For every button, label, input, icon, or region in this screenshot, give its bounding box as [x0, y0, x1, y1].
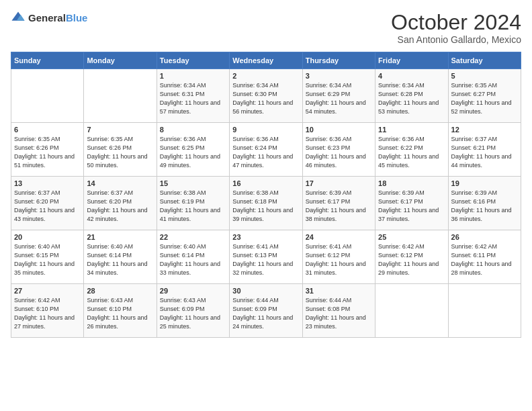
day-number: 18 [378, 179, 445, 187]
logo: GeneralBlue [11, 11, 87, 26]
day-info: Sunrise: 6:42 AM Sunset: 6:12 PM Dayligh… [378, 242, 445, 277]
day-number: 7 [87, 126, 153, 134]
day-info: Sunrise: 6:38 AM Sunset: 6:19 PM Dayligh… [160, 189, 226, 224]
calendar-cell: 15Sunrise: 6:38 AM Sunset: 6:19 PM Dayli… [157, 177, 229, 230]
day-info: Sunrise: 6:40 AM Sunset: 6:14 PM Dayligh… [160, 242, 226, 277]
day-info: Sunrise: 6:37 AM Sunset: 6:21 PM Dayligh… [451, 135, 518, 170]
logo-general: GeneralBlue [28, 12, 87, 24]
page-location: San Antonio Gallardo, Mexico [391, 34, 521, 45]
day-number: 9 [232, 126, 299, 134]
day-info: Sunrise: 6:42 AM Sunset: 6:11 PM Dayligh… [451, 242, 518, 277]
day-number: 1 [160, 72, 226, 80]
day-number: 15 [160, 179, 226, 187]
calendar-cell: 26Sunrise: 6:42 AM Sunset: 6:11 PM Dayli… [448, 230, 521, 284]
calendar-cell: 12Sunrise: 6:37 AM Sunset: 6:21 PM Dayli… [448, 123, 521, 177]
calendar-week-row: 27Sunrise: 6:42 AM Sunset: 6:10 PM Dayli… [11, 284, 521, 338]
day-info: Sunrise: 6:39 AM Sunset: 6:17 PM Dayligh… [378, 189, 445, 224]
day-number: 27 [14, 287, 81, 295]
weekday-header-row: SundayMondayTuesdayWednesdayThursdayFrid… [11, 52, 521, 69]
calendar-cell [11, 69, 84, 123]
day-number: 14 [87, 179, 153, 187]
weekday-header: Saturday [448, 52, 521, 69]
day-number: 13 [14, 179, 81, 187]
calendar-cell: 29Sunrise: 6:43 AM Sunset: 6:09 PM Dayli… [157, 284, 229, 338]
calendar-cell: 17Sunrise: 6:39 AM Sunset: 6:17 PM Dayli… [302, 177, 375, 230]
day-number: 23 [232, 233, 299, 241]
day-info: Sunrise: 6:43 AM Sunset: 6:09 PM Dayligh… [160, 296, 226, 331]
calendar-cell: 6Sunrise: 6:35 AM Sunset: 6:26 PM Daylig… [11, 123, 84, 177]
calendar-cell: 1Sunrise: 6:34 AM Sunset: 6:31 PM Daylig… [157, 69, 229, 123]
calendar-cell: 23Sunrise: 6:41 AM Sunset: 6:13 PM Dayli… [230, 230, 302, 284]
day-info: Sunrise: 6:36 AM Sunset: 6:23 PM Dayligh… [306, 135, 372, 170]
calendar-cell: 19Sunrise: 6:39 AM Sunset: 6:16 PM Dayli… [448, 177, 521, 230]
calendar-cell: 22Sunrise: 6:40 AM Sunset: 6:14 PM Dayli… [157, 230, 229, 284]
calendar-cell: 21Sunrise: 6:40 AM Sunset: 6:14 PM Dayli… [84, 230, 157, 284]
weekday-header: Sunday [11, 52, 84, 69]
day-info: Sunrise: 6:34 AM Sunset: 6:29 PM Dayligh… [306, 81, 372, 116]
calendar-week-row: 1Sunrise: 6:34 AM Sunset: 6:31 PM Daylig… [11, 69, 521, 123]
weekday-header: Tuesday [157, 52, 229, 69]
day-info: Sunrise: 6:41 AM Sunset: 6:13 PM Dayligh… [232, 242, 299, 277]
page-title: October 2024 [391, 11, 521, 34]
calendar-cell: 14Sunrise: 6:37 AM Sunset: 6:20 PM Dayli… [84, 177, 157, 230]
title-block: October 2024 San Antonio Gallardo, Mexic… [391, 11, 521, 45]
day-info: Sunrise: 6:44 AM Sunset: 6:09 PM Dayligh… [232, 296, 299, 331]
day-number: 12 [451, 126, 518, 134]
day-info: Sunrise: 6:36 AM Sunset: 6:25 PM Dayligh… [160, 135, 226, 170]
day-number: 25 [378, 233, 445, 241]
day-number: 28 [87, 287, 153, 295]
day-number: 2 [232, 72, 299, 80]
day-info: Sunrise: 6:35 AM Sunset: 6:27 PM Dayligh… [451, 81, 518, 116]
day-number: 4 [378, 72, 445, 80]
calendar-cell: 2Sunrise: 6:34 AM Sunset: 6:30 PM Daylig… [230, 69, 302, 123]
day-info: Sunrise: 6:34 AM Sunset: 6:28 PM Dayligh… [378, 81, 445, 116]
day-info: Sunrise: 6:40 AM Sunset: 6:15 PM Dayligh… [14, 242, 81, 277]
calendar-cell: 24Sunrise: 6:41 AM Sunset: 6:12 PM Dayli… [302, 230, 375, 284]
calendar-cell: 31Sunrise: 6:44 AM Sunset: 6:08 PM Dayli… [302, 284, 375, 338]
day-number: 17 [306, 179, 372, 187]
calendar-cell [375, 284, 448, 338]
calendar-cell: 25Sunrise: 6:42 AM Sunset: 6:12 PM Dayli… [375, 230, 448, 284]
day-number: 30 [232, 287, 299, 295]
calendar-cell: 28Sunrise: 6:43 AM Sunset: 6:10 PM Dayli… [84, 284, 157, 338]
weekday-header: Friday [375, 52, 448, 69]
day-number: 10 [306, 126, 372, 134]
calendar-cell: 7Sunrise: 6:35 AM Sunset: 6:26 PM Daylig… [84, 123, 157, 177]
day-info: Sunrise: 6:37 AM Sunset: 6:20 PM Dayligh… [87, 189, 153, 224]
calendar-cell [448, 284, 521, 338]
calendar-cell: 4Sunrise: 6:34 AM Sunset: 6:28 PM Daylig… [375, 69, 448, 123]
day-info: Sunrise: 6:35 AM Sunset: 6:26 PM Dayligh… [14, 135, 81, 170]
day-number: 31 [306, 287, 372, 295]
day-number: 5 [451, 72, 518, 80]
day-number: 8 [160, 126, 226, 134]
day-info: Sunrise: 6:42 AM Sunset: 6:10 PM Dayligh… [14, 296, 81, 331]
day-number: 11 [378, 126, 445, 134]
calendar-cell: 8Sunrise: 6:36 AM Sunset: 6:25 PM Daylig… [157, 123, 229, 177]
calendar-week-row: 13Sunrise: 6:37 AM Sunset: 6:20 PM Dayli… [11, 177, 521, 230]
calendar-table: SundayMondayTuesdayWednesdayThursdayFrid… [11, 52, 521, 338]
day-info: Sunrise: 6:39 AM Sunset: 6:17 PM Dayligh… [306, 189, 372, 224]
day-number: 16 [232, 179, 299, 187]
calendar-week-row: 20Sunrise: 6:40 AM Sunset: 6:15 PM Dayli… [11, 230, 521, 284]
day-number: 24 [306, 233, 372, 241]
day-info: Sunrise: 6:38 AM Sunset: 6:18 PM Dayligh… [232, 189, 299, 224]
page-header: GeneralBlue October 2024 San Antonio Gal… [11, 11, 521, 45]
day-info: Sunrise: 6:44 AM Sunset: 6:08 PM Dayligh… [306, 296, 372, 331]
calendar-cell: 10Sunrise: 6:36 AM Sunset: 6:23 PM Dayli… [302, 123, 375, 177]
day-info: Sunrise: 6:34 AM Sunset: 6:31 PM Dayligh… [160, 81, 226, 116]
calendar-cell: 5Sunrise: 6:35 AM Sunset: 6:27 PM Daylig… [448, 69, 521, 123]
day-number: 29 [160, 287, 226, 295]
calendar-cell: 13Sunrise: 6:37 AM Sunset: 6:20 PM Dayli… [11, 177, 84, 230]
logo-icon [11, 11, 26, 26]
day-info: Sunrise: 6:37 AM Sunset: 6:20 PM Dayligh… [14, 189, 81, 224]
day-info: Sunrise: 6:36 AM Sunset: 6:24 PM Dayligh… [232, 135, 299, 170]
calendar-cell: 27Sunrise: 6:42 AM Sunset: 6:10 PM Dayli… [11, 284, 84, 338]
calendar-week-row: 6Sunrise: 6:35 AM Sunset: 6:26 PM Daylig… [11, 123, 521, 177]
day-number: 3 [306, 72, 372, 80]
calendar-cell: 18Sunrise: 6:39 AM Sunset: 6:17 PM Dayli… [375, 177, 448, 230]
calendar-cell: 3Sunrise: 6:34 AM Sunset: 6:29 PM Daylig… [302, 69, 375, 123]
day-info: Sunrise: 6:35 AM Sunset: 6:26 PM Dayligh… [87, 135, 153, 170]
calendar-cell: 16Sunrise: 6:38 AM Sunset: 6:18 PM Dayli… [230, 177, 302, 230]
day-info: Sunrise: 6:34 AM Sunset: 6:30 PM Dayligh… [232, 81, 299, 116]
weekday-header: Monday [84, 52, 157, 69]
